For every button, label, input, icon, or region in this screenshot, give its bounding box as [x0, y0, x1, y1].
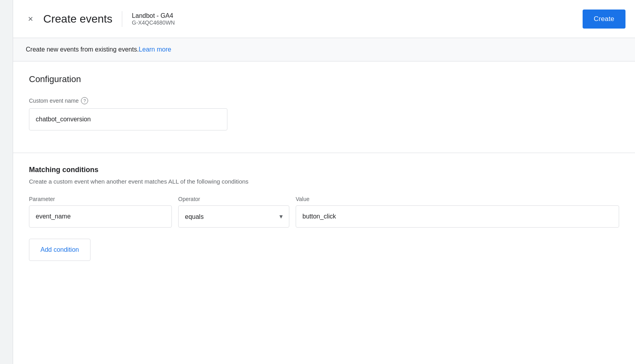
- help-icon[interactable]: ?: [81, 97, 88, 104]
- sidebar-strip: [0, 0, 13, 364]
- content-area: Configuration Custom event name ? Matchi…: [13, 61, 635, 364]
- property-id: G-X4QC4680WN: [132, 19, 175, 26]
- operator-header: Operator: [178, 196, 289, 202]
- custom-event-name-field: Custom event name ?: [29, 97, 619, 130]
- value-header: Value: [296, 196, 619, 202]
- matching-conditions-title: Matching conditions: [29, 166, 619, 174]
- add-condition-button[interactable]: Add condition: [29, 239, 90, 261]
- operator-select[interactable]: equals contains starts with ends with do…: [178, 205, 289, 228]
- page-wrapper: × Create events Landbot - GA4 G-X4QC4680…: [0, 0, 635, 364]
- condition-headers: Parameter Operator Value: [29, 196, 619, 202]
- create-button[interactable]: Create: [583, 10, 625, 29]
- configuration-section: Configuration Custom event name ?: [13, 61, 635, 153]
- close-button[interactable]: ×: [23, 11, 38, 27]
- page-title: Create events: [43, 13, 112, 25]
- configuration-title: Configuration: [29, 74, 619, 84]
- property-name: Landbot - GA4: [132, 12, 175, 19]
- main-panel: × Create events Landbot - GA4 G-X4QC4680…: [13, 0, 635, 364]
- parameter-input[interactable]: [29, 205, 172, 228]
- matching-conditions-section: Matching conditions Create a custom even…: [13, 153, 635, 274]
- matching-conditions-description: Create a custom event when another event…: [29, 178, 619, 185]
- custom-event-name-input[interactable]: [29, 108, 227, 130]
- operator-select-wrapper: equals contains starts with ends with do…: [178, 205, 289, 228]
- value-input[interactable]: [296, 205, 619, 228]
- parameter-header: Parameter: [29, 196, 172, 202]
- learn-more-link[interactable]: Learn more: [139, 46, 171, 53]
- header: × Create events Landbot - GA4 G-X4QC4680…: [13, 0, 635, 38]
- info-bar: Create new events from existing events. …: [13, 38, 635, 61]
- condition-row: equals contains starts with ends with do…: [29, 205, 619, 228]
- header-property: Landbot - GA4 G-X4QC4680WN: [132, 12, 175, 26]
- custom-event-name-label: Custom event name ?: [29, 97, 619, 104]
- info-text: Create new events from existing events.: [26, 46, 139, 53]
- header-divider: [122, 11, 122, 27]
